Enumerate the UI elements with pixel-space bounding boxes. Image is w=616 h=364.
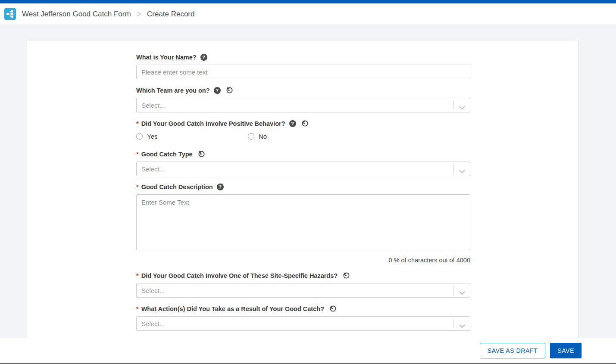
chevron-down-icon <box>459 168 465 175</box>
field-label: Did Your Good Catch Involve One of These… <box>141 272 338 279</box>
reset-default-icon[interactable] <box>226 87 233 94</box>
description-textarea[interactable] <box>136 194 470 250</box>
required-marker: * <box>136 272 139 279</box>
select-divider <box>453 319 454 328</box>
help-icon[interactable]: ? <box>217 184 224 190</box>
radio-label: Yes <box>147 133 157 140</box>
app-logo-icon[interactable] <box>4 8 16 20</box>
save-button[interactable]: SAVE <box>550 343 582 358</box>
field-label-row: * Good Catch Description ? <box>136 184 470 190</box>
reset-default-icon[interactable] <box>198 150 205 158</box>
breadcrumb: West Jefferson Good Catch Form > Create … <box>22 10 195 19</box>
field-label: Good Catch Description <box>141 184 213 190</box>
required-marker: * <box>136 120 139 127</box>
chevron-down-icon <box>459 289 465 296</box>
field-label: What is Your Name? <box>136 54 197 61</box>
required-marker: * <box>136 151 139 158</box>
radio-option-yes[interactable]: Yes <box>136 133 248 140</box>
required-marker: * <box>136 305 139 312</box>
radio-group-positive-behavior: Yes No <box>136 133 470 140</box>
top-accent-bar <box>0 0 616 3</box>
reset-default-icon[interactable] <box>329 305 337 312</box>
field-site-specific-hazards: * Did Your Good Catch Involve One of The… <box>136 272 470 298</box>
field-good-catch-description: * Good Catch Description ? 0 % of charac… <box>136 184 470 264</box>
required-marker: * <box>136 184 139 190</box>
field-label-row: What is Your Name? ? <box>136 54 470 61</box>
good-catch-type-select[interactable]: Select... <box>136 162 470 176</box>
breadcrumb-form-name[interactable]: West Jefferson Good Catch Form <box>22 10 131 19</box>
character-counter: 0 % of characters out of 4000 <box>136 257 470 264</box>
field-label-row: * Did Your Good Catch Involve One of The… <box>136 272 470 279</box>
select-divider <box>453 165 454 173</box>
radio-label: No <box>259 133 267 140</box>
field-good-catch-type: * Good Catch Type Select... <box>136 150 470 176</box>
header-bar: West Jefferson Good Catch Form > Create … <box>0 3 616 25</box>
save-as-draft-button[interactable]: SAVE AS DRAFT <box>480 343 545 358</box>
reset-default-icon[interactable] <box>343 272 350 279</box>
actions-select[interactable]: Select... <box>136 316 470 331</box>
form-column: What is Your Name? ? Which Team are you … <box>136 40 470 339</box>
form-card: What is Your Name? ? Which Team are you … <box>27 40 578 339</box>
hazards-select[interactable]: Select... <box>136 283 470 298</box>
field-actions-taken: * What Action(s) Did You Take as a Resul… <box>136 305 470 331</box>
field-which-team: Which Team are you on? ? Select... <box>136 87 470 112</box>
chevron-down-icon <box>459 322 465 330</box>
field-label-row: Which Team are you on? ? <box>136 87 470 94</box>
reset-default-icon[interactable] <box>301 120 309 127</box>
select-placeholder: Select... <box>141 320 165 327</box>
field-what-is-your-name: What is Your Name? ? <box>136 54 470 79</box>
help-icon[interactable]: ? <box>289 120 296 127</box>
field-label-row: * Good Catch Type <box>136 150 470 158</box>
select-divider <box>453 286 454 295</box>
field-label-row: * Did Your Good Catch Involve Positive B… <box>136 120 470 127</box>
team-select[interactable]: Select... <box>136 98 470 112</box>
window-bottom-edge <box>0 363 616 364</box>
help-icon[interactable]: ? <box>200 54 207 61</box>
select-divider <box>453 101 454 109</box>
select-placeholder: Select... <box>141 165 165 173</box>
select-placeholder: Select... <box>141 102 165 109</box>
create-record-page: West Jefferson Good Catch Form > Create … <box>0 0 616 364</box>
radio-option-no[interactable]: No <box>248 133 267 140</box>
field-label: Did Your Good Catch Involve Positive Beh… <box>141 120 285 127</box>
field-positive-behavior: * Did Your Good Catch Involve Positive B… <box>136 120 470 140</box>
select-placeholder: Select... <box>141 287 165 294</box>
radio-button-icon[interactable] <box>136 133 143 140</box>
field-label: Which Team are you on? <box>136 87 210 94</box>
form-tree-icon <box>6 10 14 18</box>
footer-action-bar: SAVE AS DRAFT SAVE <box>0 338 616 363</box>
name-input[interactable] <box>136 65 470 79</box>
breadcrumb-separator-icon: > <box>137 9 141 19</box>
radio-button-icon[interactable] <box>248 133 254 140</box>
breadcrumb-current-page: Create Record <box>147 10 195 19</box>
field-label: Good Catch Type <box>141 151 193 158</box>
field-label: What Action(s) Did You Take as a Result … <box>141 305 324 312</box>
field-label-row: * What Action(s) Did You Take as a Resul… <box>136 305 470 312</box>
chevron-down-icon <box>459 104 465 111</box>
help-icon[interactable]: ? <box>214 87 221 94</box>
